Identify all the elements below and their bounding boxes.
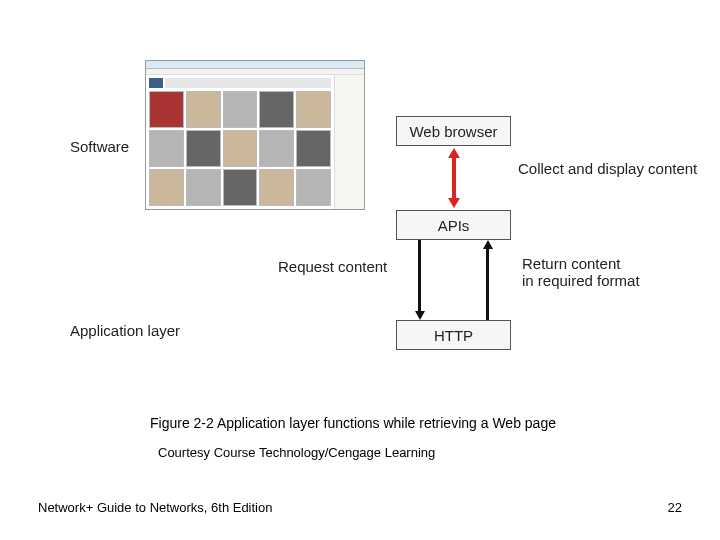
request-content-label: Request content xyxy=(278,258,387,275)
double-arrow-browser-apis xyxy=(396,146,511,210)
arrow-request-content xyxy=(418,240,421,312)
web-browser-box-label: Web browser xyxy=(409,123,497,140)
apis-box-label: APIs xyxy=(438,217,470,234)
software-label: Software xyxy=(70,138,129,155)
footer-book-title: Network+ Guide to Networks, 6th Edition xyxy=(38,500,272,515)
figure-credit: Courtesy Course Technology/Cengage Learn… xyxy=(158,445,435,460)
http-box: HTTP xyxy=(396,320,511,350)
web-browser-box: Web browser xyxy=(396,116,511,146)
http-box-label: HTTP xyxy=(434,327,473,344)
page-number: 22 xyxy=(668,500,682,515)
application-layer-diagram: Software Web browser Collect and display… xyxy=(0,60,720,380)
application-layer-label: Application layer xyxy=(70,322,180,339)
apis-box: APIs xyxy=(396,210,511,240)
arrow-return-content xyxy=(486,248,489,320)
collect-display-label: Collect and display content xyxy=(518,160,697,177)
figure-caption: Figure 2-2 Application layer functions w… xyxy=(150,415,556,431)
return-content-label: Return content in required format xyxy=(522,255,640,289)
browser-screenshot xyxy=(145,60,365,210)
